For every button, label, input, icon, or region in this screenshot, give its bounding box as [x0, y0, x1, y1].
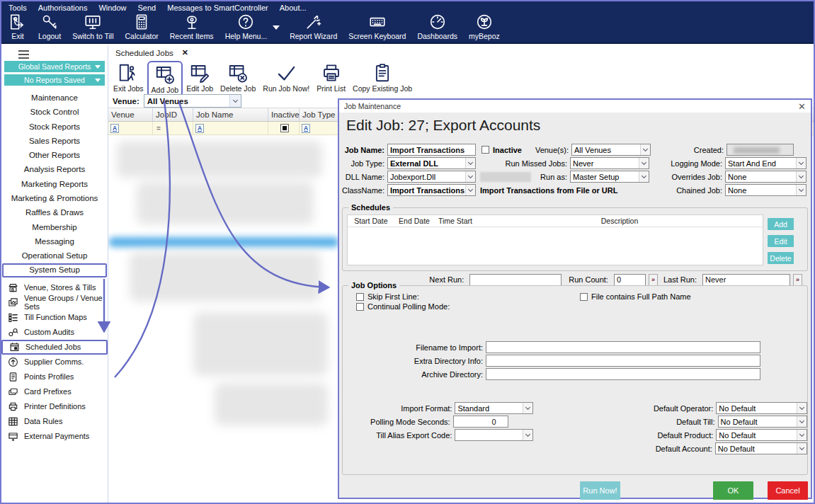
- filter-cell-venue[interactable]: A: [108, 122, 153, 134]
- menu-authorisations[interactable]: Authorisations: [38, 4, 88, 12]
- add-job-button[interactable]: Add Job: [147, 61, 183, 97]
- screen-keyboard-button[interactable]: Screen Keyboard: [343, 13, 411, 40]
- dll-name-select[interactable]: Jobexport.Dll: [387, 171, 476, 183]
- run-count-input[interactable]: [614, 274, 646, 286]
- close-icon[interactable]: ✕: [798, 101, 806, 112]
- chevron-down-icon[interactable]: [639, 158, 649, 168]
- filter-cell-inactive[interactable]: [268, 122, 300, 134]
- column-header-jobid[interactable]: JobID: [153, 108, 193, 121]
- sidebar-item-custom-audits[interactable]: Custom Audits: [1, 325, 108, 340]
- import-format-select[interactable]: Standard: [455, 402, 532, 414]
- delete-job-button[interactable]: Delete Job: [217, 61, 259, 94]
- schedule-delete-button[interactable]: Delete: [768, 252, 794, 264]
- job-type-select[interactable]: External DLL: [387, 157, 476, 169]
- sidebar-item-membership[interactable]: Membership: [1, 220, 108, 234]
- filter-cell-job-name[interactable]: A: [193, 122, 268, 134]
- chained-job-select[interactable]: None: [725, 184, 807, 196]
- sidebar-item-supplier-comms[interactable]: Supplier Comms.: [1, 355, 108, 370]
- sidebar-item-scheduled-jobs[interactable]: Scheduled Jobs: [1, 340, 108, 355]
- menu-window[interactable]: Window: [98, 4, 126, 12]
- sidebar-item-marketing-promotions[interactable]: Marketing & Promotions: [1, 191, 108, 205]
- archive-dir-input[interactable]: [486, 368, 760, 380]
- calculator-button[interactable]: Calculator: [119, 13, 164, 40]
- chevron-down-icon[interactable]: [797, 416, 807, 427]
- last-run-input[interactable]: [702, 274, 790, 286]
- chevron-down-icon[interactable]: [465, 158, 475, 168]
- full-path-checkbox[interactable]: [580, 293, 588, 301]
- last-run-spinner[interactable]: »: [793, 274, 802, 286]
- schedule-add-button[interactable]: Add: [768, 218, 794, 230]
- menu-messages-smartcontroller[interactable]: Messages to SmartController: [167, 4, 268, 12]
- sidebar-item-messaging[interactable]: Messaging: [1, 234, 108, 248]
- mybepoz-button[interactable]: myBepoz: [463, 13, 506, 40]
- sidebar-item-maintenance[interactable]: Maintenance: [1, 91, 108, 105]
- print-list-button[interactable]: Print List: [313, 61, 349, 94]
- dialog-titlebar[interactable]: Job Maintenance ✕: [339, 100, 811, 113]
- menu-tools[interactable]: Tools: [8, 4, 27, 12]
- chevron-down-icon[interactable]: [640, 144, 650, 155]
- help-menu-button[interactable]: Help Menu...: [220, 13, 273, 40]
- help-menu-caret-icon[interactable]: [273, 25, 280, 30]
- sidebar-item-other-reports[interactable]: Other Reports: [1, 148, 108, 162]
- column-header-job-type[interactable]: Job Type: [300, 108, 338, 121]
- recent-items-button[interactable]: Recent Items: [164, 13, 220, 40]
- sidebar-item-card-prefixes[interactable]: Card Prefixes: [1, 384, 108, 399]
- copy-existing-job-button[interactable]: Copy Existing Job: [349, 61, 416, 94]
- column-header-venue[interactable]: Venue: [108, 108, 153, 121]
- schedules-table[interactable]: Start Date End Date Time Start Descripti…: [347, 214, 763, 265]
- exit-button[interactable]: Exit: [3, 13, 33, 40]
- filter-cell-jobid[interactable]: =: [153, 122, 193, 134]
- chevron-down-icon[interactable]: [796, 158, 806, 168]
- text-filter-icon[interactable]: A: [302, 124, 310, 133]
- chevron-down-icon[interactable]: [797, 403, 807, 413]
- switch-to-till-button[interactable]: Switch to Till: [67, 13, 119, 40]
- edit-job-button[interactable]: Edit Job: [183, 61, 217, 94]
- extra-dir-input[interactable]: [486, 355, 760, 367]
- run-as-select[interactable]: Master Setup: [570, 171, 649, 183]
- filename-input[interactable]: [486, 341, 760, 353]
- chevron-down-icon[interactable]: [796, 171, 806, 182]
- run-missed-jobs-select[interactable]: Never: [570, 157, 649, 169]
- sidebar-item-till-function-maps[interactable]: Till Function Maps: [1, 310, 108, 325]
- menu-send[interactable]: Send: [138, 4, 156, 12]
- chevron-down-icon[interactable]: [229, 95, 241, 107]
- tab-close-icon[interactable]: ✕: [182, 48, 188, 57]
- filter-cell-job-type[interactable]: A: [300, 122, 338, 134]
- sidebar-item-venue-stores-tills[interactable]: Venue, Stores & Tills: [1, 280, 108, 295]
- overrides-job-select[interactable]: None: [725, 171, 807, 183]
- default-account-select[interactable]: No Default: [715, 442, 807, 454]
- logout-button[interactable]: Logout: [33, 13, 67, 40]
- inactive-checkbox[interactable]: [481, 146, 489, 154]
- run-now-button[interactable]: Run Now!: [580, 481, 620, 500]
- job-name-input[interactable]: [387, 144, 476, 156]
- chevron-down-icon[interactable]: [465, 185, 475, 195]
- menu-about[interactable]: About...: [280, 4, 307, 12]
- sidebar-item-venue-groups[interactable]: Venue Groups / Venue Sets: [1, 295, 108, 310]
- report-wizard-button[interactable]: Report Wizard: [284, 13, 343, 40]
- chevron-down-icon[interactable]: [797, 430, 807, 440]
- venue-select[interactable]: All Venues: [144, 94, 241, 108]
- classname-select[interactable]: Import Transactions: [387, 184, 476, 196]
- cancel-button[interactable]: Cancel: [768, 481, 808, 500]
- default-product-select[interactable]: No Default: [716, 429, 807, 441]
- default-operator-select[interactable]: No Default: [716, 402, 807, 414]
- global-saved-reports-dropdown[interactable]: Global Saved Reports: [4, 61, 105, 72]
- column-header-inactive[interactable]: Inactive: [268, 108, 300, 121]
- sidebar-item-points-profiles[interactable]: Points Profiles: [1, 370, 108, 384]
- sidebar-item-analysis-reports[interactable]: Analysis Reports: [1, 162, 108, 176]
- sidebar-item-stock-control[interactable]: Stock Control: [1, 105, 108, 119]
- column-header-job-name[interactable]: Job Name: [193, 108, 268, 121]
- next-run-input[interactable]: [469, 274, 562, 286]
- sidebar-item-printer-definitions[interactable]: Printer Definitions: [1, 399, 108, 414]
- run-count-spinner[interactable]: »: [649, 274, 658, 286]
- till-alias-select[interactable]: [455, 429, 532, 441]
- skip-first-line-checkbox[interactable]: [356, 293, 364, 301]
- tristate-checkbox-icon[interactable]: [280, 124, 289, 132]
- run-job-now-button[interactable]: Run Job Now!: [259, 61, 313, 94]
- chevron-down-icon[interactable]: [639, 171, 649, 182]
- ok-button[interactable]: OK: [713, 481, 753, 500]
- text-filter-icon[interactable]: A: [110, 124, 119, 133]
- dashboards-button[interactable]: Dashboards: [411, 13, 463, 40]
- venues-select[interactable]: All Venues: [571, 144, 651, 156]
- chevron-down-icon[interactable]: [796, 185, 806, 195]
